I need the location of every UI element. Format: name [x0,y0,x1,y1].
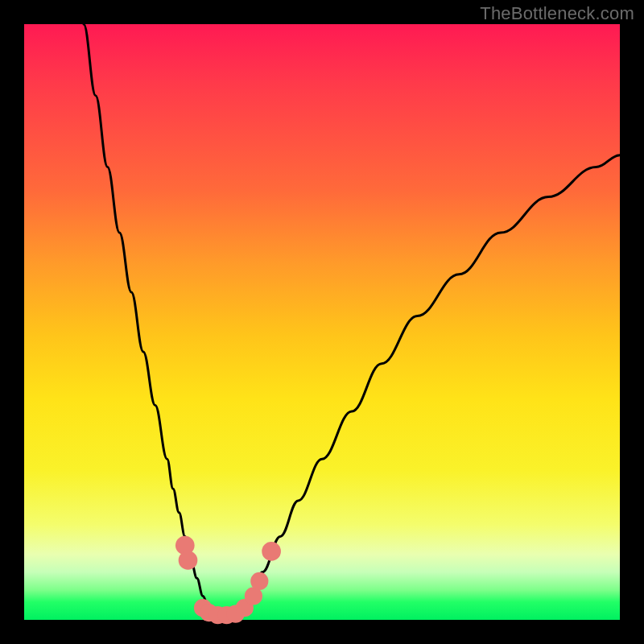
data-marker [179,551,198,570]
left-curve [84,24,215,617]
marker-group [175,536,281,625]
right-curve [238,155,620,617]
plot-area [24,24,620,620]
data-marker [262,542,281,561]
watermark-text: TheBottleneck.com [480,3,634,24]
curve-svg [24,24,620,620]
data-marker [250,572,268,590]
chart-frame: TheBottleneck.com [0,0,644,644]
